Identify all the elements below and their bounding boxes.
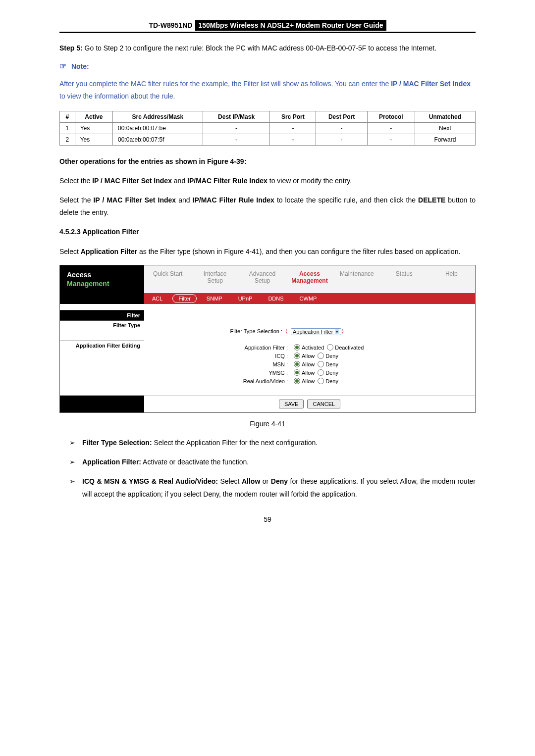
list-item: ICQ & MSN & YMSG & Real Audio/Video: Sel… — [69, 475, 476, 500]
radio-msn-deny[interactable] — [318, 361, 324, 367]
radio-ymsg-allow[interactable] — [294, 369, 300, 376]
tab-maintenance[interactable]: Maintenance — [333, 265, 380, 293]
step5-paragraph: Step 5: Go to Step 2 to configure the ne… — [59, 42, 476, 54]
header-title: 150Mbps Wireless N ADSL2+ Modem Router U… — [195, 20, 386, 31]
tab-access-management[interactable]: Access Management — [286, 265, 333, 293]
radio-icq-allow[interactable] — [294, 353, 300, 359]
chevron-down-icon: ▾ — [335, 329, 339, 334]
radio-rav-allow[interactable] — [294, 378, 300, 384]
row-application-filter: Application Filter : Activated Deactivat… — [144, 343, 475, 352]
row-rav: Real Audio/Video : Allow Deny — [144, 377, 475, 385]
hand-point-icon: ☞ — [59, 62, 66, 70]
bullet-list: Filter Type Selection: Select the Applic… — [59, 437, 476, 501]
header-model: TD-W8951ND — [149, 21, 192, 29]
sub-tabs: ACL Filter SNMP UPnP DDNS CWMP — [144, 293, 475, 304]
list-item: Filter Type Selection: Select the Applic… — [69, 437, 476, 449]
top-tabs: Quick Start Interface Setup Advanced Set… — [144, 265, 475, 293]
router-screenshot: Access Management Quick Start Interface … — [59, 265, 476, 413]
tab-interface-setup[interactable]: Interface Setup — [191, 265, 238, 293]
row-ymsg: YMSG : Allow Deny — [144, 368, 475, 377]
cancel-button[interactable]: CANCEL — [307, 400, 340, 408]
side-filter-type: Filter Type — [60, 320, 144, 330]
tab-quick-start[interactable]: Quick Start — [144, 265, 191, 293]
subtab-snmp[interactable]: SNMP — [199, 293, 230, 304]
note-body: After you complete the MAC filter rules … — [59, 78, 476, 102]
list-item: Application Filter: Activate or deactiva… — [69, 456, 476, 468]
filter-list-table: # Active Src Address/Mask Dest IP/Mask S… — [59, 111, 476, 146]
radio-icq-deny[interactable] — [318, 353, 324, 359]
subtab-ddns[interactable]: DDNS — [260, 293, 291, 304]
table-header-row: # Active Src Address/Mask Dest IP/Mask S… — [60, 111, 476, 122]
note-label: Note: — [71, 62, 89, 70]
para-select-app-filter: Select Application Filter as the Filter … — [59, 246, 476, 258]
section-heading: 4.5.2.3 Application Filter — [59, 226, 476, 238]
other-operations-heading: Other operations for the entries as show… — [59, 155, 476, 168]
side-editing: Application Filter Editing — [60, 341, 144, 350]
row-msn: MSN : Allow Deny — [144, 360, 475, 368]
figure-caption: Figure 4-41 — [59, 420, 476, 428]
radio-deactivated[interactable] — [327, 344, 333, 351]
screenshot-side: Filter Filter Type Application Filter Ed… — [60, 310, 144, 395]
row-icq: ICQ : Allow Deny — [144, 352, 475, 360]
para-select-view: Select the IP / MAC Filter Set Index and… — [59, 175, 476, 187]
subtab-cwmp[interactable]: CWMP — [292, 293, 325, 304]
page-header: TD-W8951ND 150Mbps Wireless N ADSL2+ Mod… — [59, 20, 476, 33]
step5-label: Step 5: — [59, 44, 83, 52]
screenshot-title: Access Management — [60, 265, 144, 293]
page-number: 59 — [59, 515, 476, 523]
side-filter: Filter — [60, 310, 144, 320]
tab-help[interactable]: Help — [428, 265, 475, 293]
row-filter-type-selection: Filter Type Selection :〈 Application Fil… — [144, 327, 475, 336]
table-row: 1 Yes 00:0a:eb:00:07:be - - - - Next — [60, 122, 476, 134]
tab-advanced-setup[interactable]: Advanced Setup — [239, 265, 286, 293]
note-heading: ☞ Note: — [59, 61, 476, 71]
tab-status[interactable]: Status — [380, 265, 428, 293]
radio-activated[interactable] — [294, 344, 300, 351]
radio-ymsg-deny[interactable] — [318, 369, 324, 376]
radio-msn-allow[interactable] — [294, 361, 300, 367]
step5-text: Go to Step 2 to configure the next rule:… — [83, 44, 436, 52]
subtab-acl[interactable]: ACL — [144, 293, 170, 304]
filter-type-select[interactable]: Application Filter ▾ — [291, 328, 341, 335]
para-select-delete: Select the IP / MAC Filter Set Index and… — [59, 194, 476, 219]
screenshot-content: Filter Type Selection :〈 Application Fil… — [144, 310, 475, 395]
subtab-filter[interactable]: Filter — [170, 293, 198, 304]
table-row: 2 Yes 00:0a:eb:00:07:5f - - - - Forward — [60, 134, 476, 145]
subtab-upnp[interactable]: UPnP — [230, 293, 261, 304]
save-button[interactable]: SAVE — [279, 400, 304, 408]
radio-rav-deny[interactable] — [318, 378, 324, 384]
